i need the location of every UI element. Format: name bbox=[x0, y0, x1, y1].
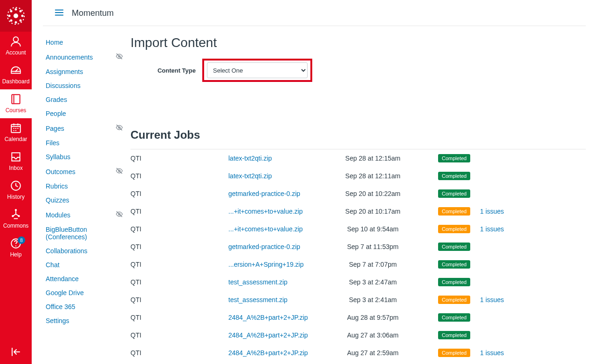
course-nav-label: People bbox=[46, 110, 123, 117]
job-status-badge: Completed bbox=[438, 313, 470, 322]
collapse-nav-button[interactable] bbox=[0, 340, 32, 364]
course-nav-item[interactable]: Office 365 bbox=[43, 300, 127, 314]
course-nav-label: Office 365 bbox=[46, 303, 123, 310]
hamburger-button[interactable] bbox=[54, 7, 64, 19]
svg-point-6 bbox=[10, 10, 13, 13]
job-type: QTI bbox=[130, 278, 228, 286]
course-nav-item[interactable]: Modules bbox=[43, 207, 127, 222]
page-title: Import Content bbox=[130, 35, 586, 50]
job-file-link[interactable]: test_assessment.zip bbox=[228, 278, 288, 286]
svg-rect-12 bbox=[12, 94, 20, 104]
job-file-link[interactable]: ...+it+comes+to+value.zip bbox=[228, 225, 303, 233]
job-file-link[interactable]: getmarked-practice-0.zip bbox=[228, 243, 300, 250]
job-issues-link[interactable]: 1 issues bbox=[480, 349, 504, 357]
nav-item-dashboard[interactable]: Dashboard bbox=[0, 61, 32, 89]
job-row: QTI ...+it+comes+to+value.zip Sep 10 at … bbox=[130, 220, 586, 238]
calendar-icon bbox=[10, 122, 22, 134]
job-row: QTI test_assessment.zip Sep 3 at 2:47am … bbox=[130, 273, 586, 291]
course-nav-item[interactable]: People bbox=[43, 107, 127, 121]
job-date: Sep 7 at 7:07pm bbox=[326, 261, 419, 268]
content-type-label: Content Type bbox=[130, 67, 196, 74]
job-status-badge: Completed bbox=[438, 225, 470, 233]
nav-item-courses[interactable]: Courses bbox=[0, 89, 32, 118]
job-type: QTI bbox=[130, 331, 228, 339]
job-date: Sep 28 at 12:15am bbox=[326, 155, 419, 162]
job-status-badge: Completed bbox=[438, 296, 470, 304]
course-nav-item[interactable]: Pages bbox=[43, 121, 127, 136]
course-nav-item[interactable]: Quizzes bbox=[43, 193, 127, 207]
job-row: QTI latex-txt2qti.zip Sep 28 at 12:15am … bbox=[130, 149, 586, 167]
job-file-link[interactable]: 2484_A%2B+part+2+JP.zip bbox=[228, 314, 308, 321]
course-nav-item[interactable]: Announcements bbox=[43, 49, 127, 65]
job-date: Sep 10 at 9:54am bbox=[326, 225, 419, 233]
job-file-link[interactable]: getmarked-practice-0.zip bbox=[228, 190, 300, 197]
job-status-badge: Completed bbox=[438, 278, 470, 286]
course-nav-label: Chat bbox=[46, 261, 123, 269]
job-file-link[interactable]: 2484_A%2B+part+2+JP.zip bbox=[228, 331, 308, 339]
course-nav-label: Quizzes bbox=[46, 196, 123, 204]
course-nav-item[interactable]: Settings bbox=[43, 314, 127, 328]
course-nav-label: Rubrics bbox=[46, 182, 123, 190]
nav-item-calendar[interactable]: Calendar bbox=[0, 118, 32, 147]
job-issues-link[interactable]: 1 issues bbox=[480, 225, 504, 233]
nav-label: Commons bbox=[3, 222, 29, 229]
job-file-link[interactable]: ...+it+comes+to+value.zip bbox=[228, 208, 303, 215]
svg-point-17 bbox=[18, 215, 20, 217]
job-date: Sep 20 at 10:17am bbox=[326, 208, 419, 215]
job-status-badge: Completed bbox=[438, 243, 470, 251]
nav-item-history[interactable]: History bbox=[0, 176, 32, 205]
course-nav-item[interactable]: Home bbox=[43, 35, 127, 49]
job-date: Aug 28 at 9:57pm bbox=[326, 314, 419, 321]
hamburger-icon bbox=[54, 7, 64, 18]
job-type: QTI bbox=[130, 349, 228, 357]
job-file-link[interactable]: test_assessment.zip bbox=[228, 296, 288, 303]
job-file-link[interactable]: ...ersion+A+Spring+19.zip bbox=[228, 261, 304, 268]
nav-item-account[interactable]: Account bbox=[0, 32, 32, 61]
course-nav-item[interactable]: Chat bbox=[43, 258, 127, 272]
nav-item-commons[interactable]: Commons bbox=[0, 205, 32, 234]
course-nav-item[interactable]: Assignments bbox=[43, 65, 127, 79]
job-row: QTI 2484_A%2B+part+2+JP.zip Aug 27 at 3:… bbox=[130, 326, 586, 344]
course-nav-item[interactable]: BigBlueButton (Conferences) bbox=[43, 222, 127, 244]
nav-item-inbox[interactable]: Inbox bbox=[0, 147, 32, 176]
breadcrumb[interactable]: Momentum bbox=[72, 8, 114, 18]
course-nav-item[interactable]: Grades bbox=[43, 93, 127, 107]
hidden-icon bbox=[116, 167, 123, 176]
course-nav-item[interactable]: Attendance bbox=[43, 272, 127, 286]
commons-icon bbox=[10, 209, 22, 221]
job-status-badge: Completed bbox=[438, 260, 470, 269]
job-row: QTI ...+it+comes+to+value.zip Sep 20 at … bbox=[130, 202, 586, 220]
job-date: Aug 27 at 3:06am bbox=[326, 331, 419, 339]
content-type-select[interactable]: Select One bbox=[207, 62, 308, 78]
job-file-link[interactable]: latex-txt2qti.zip bbox=[228, 155, 272, 162]
job-date: Sep 20 at 10:22am bbox=[326, 190, 419, 197]
job-status-badge: Completed bbox=[438, 172, 470, 180]
nav-label: Account bbox=[6, 49, 26, 56]
job-file-link[interactable]: 2484_A%2B+part+2+JP.zip bbox=[228, 349, 308, 357]
job-type: QTI bbox=[130, 225, 228, 233]
job-status-badge: Completed bbox=[438, 349, 470, 357]
nav-item-help[interactable]: Help 8 bbox=[0, 234, 32, 263]
svg-point-15 bbox=[15, 209, 17, 211]
job-type: QTI bbox=[130, 314, 228, 321]
svg-point-2 bbox=[15, 8, 17, 11]
course-nav-item[interactable]: Google Drive bbox=[43, 286, 127, 300]
course-nav-label: Pages bbox=[46, 125, 116, 132]
job-file-link[interactable]: latex-txt2qti.zip bbox=[228, 172, 272, 180]
course-nav-label: Announcements bbox=[46, 54, 116, 61]
svg-point-3 bbox=[15, 21, 17, 24]
course-nav-item[interactable]: Files bbox=[43, 136, 127, 150]
logo[interactable] bbox=[0, 0, 32, 32]
course-nav-item[interactable]: Discussions bbox=[43, 79, 127, 93]
course-nav-item[interactable]: Syllabus bbox=[43, 150, 127, 164]
course-nav-item[interactable]: Outcomes bbox=[43, 164, 127, 179]
nav-label: History bbox=[7, 194, 24, 200]
job-row: QTI 2484_A%2B+part+2+JP.zip Aug 28 at 9:… bbox=[130, 309, 586, 326]
course-nav-item[interactable]: Collaborations bbox=[43, 244, 127, 258]
job-date: Sep 3 at 2:41am bbox=[326, 296, 419, 303]
job-issues-link[interactable]: 1 issues bbox=[480, 208, 504, 215]
job-issues-link[interactable]: 1 issues bbox=[480, 296, 504, 303]
course-nav-item[interactable]: Rubrics bbox=[43, 179, 127, 193]
course-nav-label: Collaborations bbox=[46, 247, 123, 255]
job-type: QTI bbox=[130, 243, 228, 250]
